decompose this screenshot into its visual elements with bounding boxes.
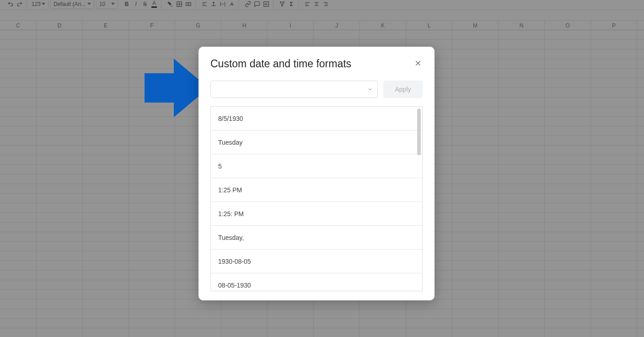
format-option[interactable]: 08-05-1930: [211, 273, 422, 291]
format-list: 8/5/1930 Tuesday 5 1:25 PM 1:25: PM Tues…: [210, 106, 423, 291]
format-option[interactable]: 1930-08-05: [211, 250, 422, 273]
close-icon: [414, 60, 422, 67]
format-pattern-input[interactable]: [210, 81, 378, 98]
format-option[interactable]: Tuesday,: [211, 226, 422, 250]
custom-date-time-dialog: Custom date and time formats Apply 8/5/1…: [199, 47, 435, 300]
dialog-title: Custom date and time formats: [210, 58, 351, 70]
format-option[interactable]: 1:25: PM: [211, 202, 422, 226]
chevron-down-icon[interactable]: [367, 87, 373, 92]
format-option[interactable]: 8/5/1930: [211, 107, 422, 130]
format-option[interactable]: 5: [211, 154, 422, 178]
close-button[interactable]: [413, 59, 423, 68]
format-option[interactable]: Tuesday: [211, 130, 422, 154]
format-option[interactable]: 1:25 PM: [211, 178, 422, 202]
format-list-scroll[interactable]: 8/5/1930 Tuesday 5 1:25 PM 1:25: PM Tues…: [211, 107, 422, 291]
scrollbar-thumb[interactable]: [417, 109, 421, 155]
apply-button[interactable]: Apply: [383, 81, 423, 98]
